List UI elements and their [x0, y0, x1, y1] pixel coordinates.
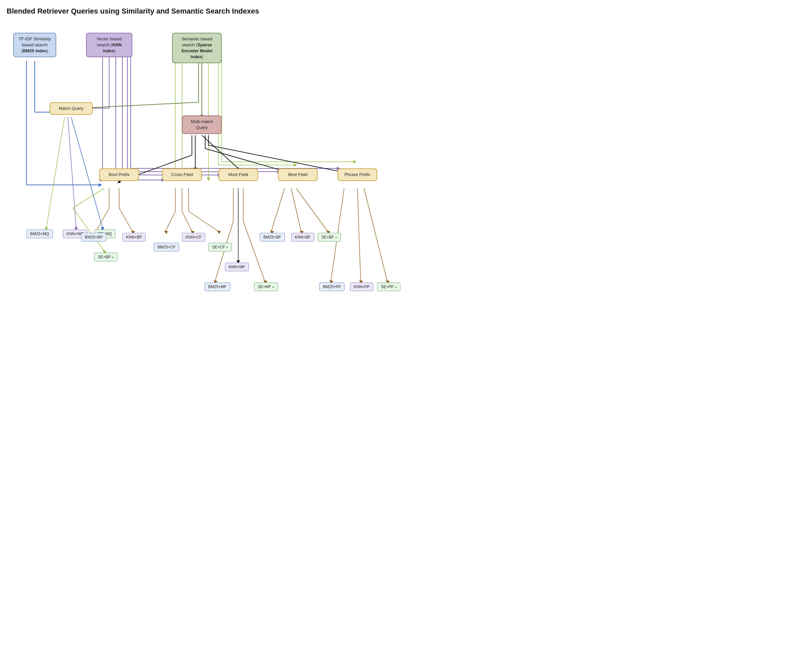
leaf-knnmf: KNN+MF — [225, 263, 249, 271]
svg-line-46 — [202, 135, 238, 169]
node-knn: Vector based search (KNN index) — [86, 33, 132, 57]
node-multimatch-query: Multi-match Query — [182, 116, 222, 134]
svg-line-96 — [364, 188, 387, 281]
leaf-bm25mq: BM25+MQ — [26, 230, 53, 238]
leaf-knnbp: KNN+BP — [122, 233, 146, 241]
leaf-bm25mf: BM25+MF — [205, 283, 230, 291]
leaf-bm25bp: BM25+BP — [81, 233, 106, 241]
leaf-bm25bf: BM25+BF — [260, 233, 285, 241]
node-semantic: Semantic based search (Sparse Encoder Mo… — [172, 33, 222, 63]
leaf-knnpp: KNN+PP — [350, 283, 373, 291]
node-tfidf: TF-IDF Similarity based search (BM25 ind… — [13, 33, 56, 57]
svg-line-66 — [73, 188, 104, 208]
svg-marker-74 — [164, 231, 168, 234]
svg-marker-37 — [294, 163, 297, 167]
diagram: TF-IDF Similarity based search (BM25 ind… — [7, 23, 404, 337]
leaf-secf: SE+CF ● — [208, 243, 232, 251]
svg-line-88 — [291, 188, 301, 231]
svg-line-60 — [46, 117, 65, 228]
node-match-query: Match Query — [50, 102, 93, 115]
node-phrase-prefix: Phrase Prefix — [338, 169, 377, 181]
leaf-sebp: SE+BP ● — [94, 253, 118, 261]
node-best-field: Best Field — [278, 169, 318, 181]
svg-line-25 — [81, 102, 198, 108]
svg-line-90 — [296, 188, 328, 231]
svg-marker-5 — [99, 183, 102, 187]
leaf-bm25cf: BM25+CF — [154, 243, 179, 251]
svg-line-86 — [271, 188, 285, 231]
leaf-sebf: SE+BF ● — [318, 233, 341, 241]
node-bool-prefix: Bool Prefix — [99, 169, 139, 181]
leaf-knncf: KNN+CF — [182, 233, 205, 241]
leaf-semf: SE+MF ● — [254, 283, 278, 291]
svg-line-62 — [68, 117, 76, 228]
svg-line-55 — [96, 208, 109, 231]
svg-line-64 — [71, 117, 102, 228]
leaf-knnbf: KNN+BF — [291, 233, 315, 241]
svg-line-70 — [182, 211, 192, 231]
leaf-bm25pp: BM25+PP — [319, 283, 344, 291]
svg-marker-34 — [207, 178, 210, 181]
svg-marker-77 — [217, 231, 221, 234]
leaf-sepp: SE+PP ● — [377, 283, 400, 291]
page-title: Blended Retriever Queries using Similari… — [7, 7, 399, 16]
svg-line-84 — [243, 221, 265, 281]
svg-marker-40 — [353, 160, 357, 163]
svg-line-73 — [166, 211, 175, 231]
node-most-field: Most Field — [218, 169, 258, 181]
svg-line-76 — [189, 211, 218, 231]
svg-line-94 — [357, 188, 361, 281]
svg-line-58 — [119, 208, 132, 231]
node-cross-field: Cross Field — [162, 169, 202, 181]
